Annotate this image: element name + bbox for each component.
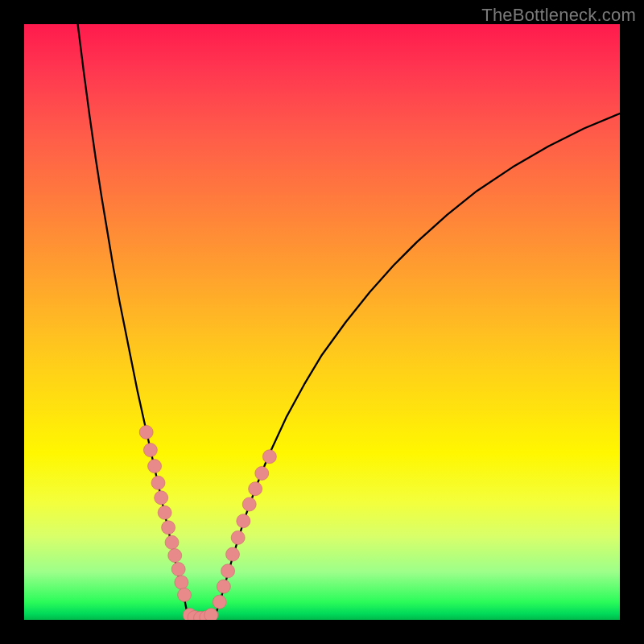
highlight-dot	[204, 609, 218, 620]
highlight-dot	[262, 450, 276, 464]
highlight-dot	[143, 444, 157, 457]
highlight-dot	[249, 482, 262, 496]
highlight-dot	[242, 497, 256, 511]
highlight-dot	[171, 563, 185, 576]
highlight-dot	[148, 460, 162, 473]
highlight-dot	[151, 476, 165, 489]
highlight-dot	[155, 491, 168, 505]
highlight-dot	[226, 547, 240, 561]
highlight-dots	[139, 425, 276, 620]
highlight-dot	[221, 564, 235, 578]
bottleneck-curve	[78, 24, 620, 620]
highlight-dot	[168, 549, 182, 563]
highlight-dot	[165, 535, 179, 549]
highlight-dot	[237, 514, 250, 528]
highlight-dot	[175, 576, 188, 589]
highlight-dot	[231, 530, 245, 544]
frame: TheBottleneck.com	[0, 0, 644, 644]
highlight-dot	[255, 466, 269, 480]
watermark-text: TheBottleneck.com	[481, 5, 636, 26]
highlight-dot	[217, 580, 230, 593]
chart-svg	[24, 24, 620, 620]
highlight-dot	[158, 506, 171, 519]
highlight-dot	[213, 595, 226, 609]
plot-area	[24, 24, 620, 620]
highlight-dot	[162, 521, 175, 535]
highlight-dot	[139, 425, 153, 439]
highlight-dot	[178, 588, 192, 601]
